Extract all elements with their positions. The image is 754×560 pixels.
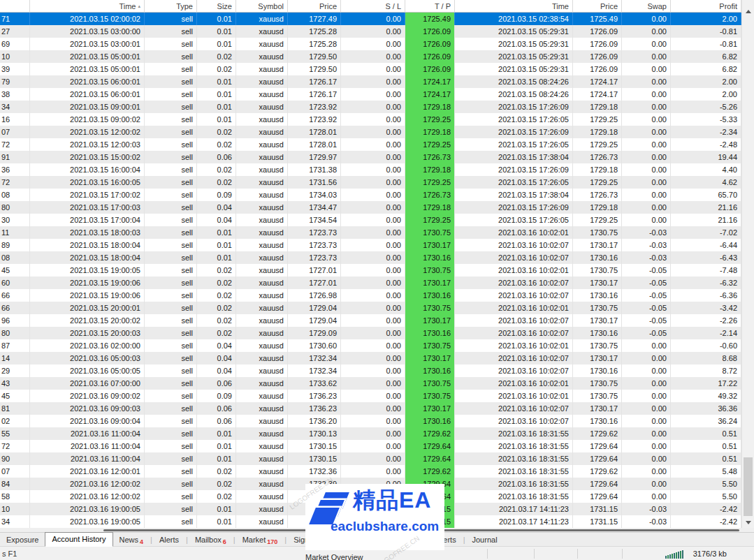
history-row[interactable]: 692021.03.15 03:00:01sell0.01xauusd1725.… — [0, 38, 741, 50]
cell-order: 43 — [0, 377, 30, 390]
cell-sl: 0.00 — [341, 239, 405, 251]
history-row[interactable]: 022021.03.16 09:00:04sell0.06xauusd1736.… — [0, 415, 741, 427]
cell-type: sell — [145, 377, 197, 390]
cell-tp: 1729.18 — [405, 163, 455, 176]
history-row[interactable]: 722021.03.16 11:00:04sell0.01xauusd1730.… — [0, 440, 741, 452]
traffic-counter: 3176/3 kb — [693, 550, 727, 558]
column-header-sl[interactable]: S / L — [341, 0, 405, 13]
vertical-scroll-thumb[interactable] — [744, 457, 753, 516]
column-header-swap[interactable]: Swap — [622, 0, 671, 13]
tab-exposure[interactable]: Exposure — [0, 533, 45, 547]
history-row[interactable]: 452021.03.15 19:00:05sell0.02xauusd1727.… — [0, 264, 741, 277]
history-row[interactable]: 102021.03.15 05:00:01sell0.02xauusd1729.… — [0, 50, 741, 63]
history-row[interactable]: 162021.03.15 09:00:02sell0.01xauusd1723.… — [0, 113, 741, 126]
cell-profit: -2.14 — [671, 327, 741, 339]
cell-size: 0.02 — [197, 176, 236, 189]
history-row[interactable]: 662021.03.15 19:00:06sell0.02xauusd1726.… — [0, 289, 741, 302]
cell-sl: 0.00 — [341, 364, 405, 377]
cell-size: 0.01 — [197, 440, 236, 452]
cell-size: 0.06 — [197, 377, 236, 390]
history-row[interactable]: 452021.03.16 09:00:02sell0.09xauusd1736.… — [0, 390, 741, 402]
cell-open-price: 1723.92 — [288, 113, 341, 126]
history-row[interactable]: 362021.03.15 16:00:04sell0.02xauusd1731.… — [0, 163, 741, 176]
cell-sl: 0.00 — [341, 226, 405, 239]
cell-swap: 0.00 — [622, 214, 671, 226]
column-header-close-price[interactable]: Price — [573, 0, 622, 13]
cell-swap: 0.00 — [622, 151, 671, 163]
history-row[interactable]: 662021.03.15 20:00:01sell0.02xauusd1729.… — [0, 302, 741, 314]
history-row[interactable]: 342021.03.15 09:00:01sell0.01xauusd1723.… — [0, 101, 741, 113]
history-row[interactable]: 912021.03.15 15:00:02sell0.06xauusd1729.… — [0, 151, 741, 163]
history-row[interactable]: 142021.03.16 05:00:03sell0.04xauusd1732.… — [0, 352, 741, 364]
history-row[interactable]: 802021.03.15 20:00:03sell0.02xauusd1729.… — [0, 327, 741, 339]
history-row[interactable]: 432021.03.16 07:00:00sell0.06xauusd1733.… — [0, 377, 741, 390]
column-header-type[interactable]: Type — [145, 0, 197, 13]
cell-order: 58 — [0, 490, 30, 503]
column-header-open-price[interactable]: Price — [288, 0, 341, 13]
cell-close-time: 2021.03.15 05:29:31 — [455, 63, 573, 75]
cell-order: 07 — [0, 126, 30, 138]
cell-symbol: xauusd — [236, 163, 288, 176]
column-header-order[interactable] — [0, 0, 30, 13]
cell-size: 0.04 — [197, 339, 236, 352]
tab-journal[interactable]: Journal — [466, 533, 504, 547]
history-row[interactable]: 082021.03.15 18:00:04sell0.01xauusd1723.… — [0, 251, 741, 264]
history-row[interactable]: 902021.03.16 11:00:04sell0.01xauusd1730.… — [0, 452, 741, 465]
column-header-profit[interactable]: Profit — [671, 0, 741, 13]
history-row[interactable]: 292021.03.16 05:00:05sell0.04xauusd1732.… — [0, 364, 741, 377]
history-row[interactable]: 792021.03.15 06:00:01sell0.01xauusd1726.… — [0, 75, 741, 88]
history-row[interactable]: 072021.03.16 12:00:01sell0.02xauusd1732.… — [0, 465, 741, 478]
cell-order: 80 — [0, 201, 30, 214]
cell-symbol: xauusd — [236, 352, 288, 364]
table-header-row: Time▴TypeSizeSymbolPriceS / LT / PTimePr… — [0, 0, 741, 13]
history-row[interactable]: 892021.03.15 18:00:04sell0.01xauusd1723.… — [0, 239, 741, 251]
cell-profit: -3.42 — [671, 302, 741, 314]
history-row[interactable]: 382021.03.15 06:00:01sell0.01xauusd1726.… — [0, 88, 741, 101]
history-row[interactable]: 602021.03.15 19:00:06sell0.02xauusd1727.… — [0, 277, 741, 289]
history-row[interactable]: 802021.03.15 17:00:03sell0.04xauusd1734.… — [0, 201, 741, 214]
history-row[interactable]: 082021.03.15 17:00:02sell0.09xauusd1734.… — [0, 189, 741, 201]
cell-open-price: 1727.01 — [288, 277, 341, 289]
column-header-size[interactable]: Size — [197, 0, 236, 13]
vertical-scrollbar[interactable] — [741, 0, 754, 528]
cell-type: sell — [145, 452, 197, 465]
cell-size: 0.01 — [197, 38, 236, 50]
history-row[interactable]: 112021.03.15 18:00:03sell0.01xauusd1723.… — [0, 226, 741, 239]
history-row[interactable]: 712021.03.15 02:00:02sell0.01xauusd1727.… — [0, 13, 741, 25]
history-row[interactable]: 722021.03.15 16:00:05sell0.02xauusd1731.… — [0, 176, 741, 189]
cell-close-price: 1729.18 — [573, 201, 622, 214]
cell-symbol: xauusd — [236, 402, 288, 415]
cell-size: 0.01 — [197, 75, 236, 88]
tab-alerts[interactable]: Alerts — [153, 533, 185, 547]
cell-close-price: 1726.73 — [573, 151, 622, 163]
cell-order: 39 — [0, 63, 30, 75]
history-row[interactable]: 302021.03.15 17:00:04sell0.04xauusd1734.… — [0, 214, 741, 226]
cell-open-price: 1725.28 — [288, 25, 341, 38]
cell-type: sell — [145, 339, 197, 352]
column-header-close-time[interactable]: Time — [455, 0, 573, 13]
tab-market[interactable]: Market170 — [236, 533, 284, 547]
history-row[interactable]: 872021.03.16 02:00:00sell0.04xauusd1730.… — [0, 339, 741, 352]
history-row[interactable]: 812021.03.16 09:00:03sell0.06xauusd1736.… — [0, 402, 741, 415]
cell-open-price: 1728.01 — [288, 138, 341, 151]
tab-news[interactable]: News4 — [113, 533, 150, 547]
cell-order: 45 — [0, 264, 30, 277]
history-row[interactable]: 722021.03.15 12:00:03sell0.02xauusd1728.… — [0, 138, 741, 151]
column-header-symbol[interactable]: Symbol — [236, 0, 288, 13]
history-row[interactable]: 392021.03.15 05:00:01sell0.02xauusd1729.… — [0, 63, 741, 75]
cell-open-price: 1731.38 — [288, 163, 341, 176]
history-row[interactable]: 272021.03.15 03:00:00sell0.01xauusd1725.… — [0, 25, 741, 38]
column-header-open-time[interactable]: Time▴ — [30, 0, 145, 13]
tab-mailbox[interactable]: Mailbox6 — [189, 533, 233, 547]
cell-symbol: xauusd — [236, 503, 288, 515]
scroll-down-button[interactable] — [742, 517, 754, 529]
tab-account-history[interactable]: Account History — [45, 532, 113, 547]
column-header-tp[interactable]: T / P — [405, 0, 455, 13]
history-row[interactable]: 072021.03.15 12:00:02sell0.02xauusd1728.… — [0, 126, 741, 138]
history-row[interactable]: 962021.03.15 20:00:02sell0.02xauusd1729.… — [0, 314, 741, 327]
history-row[interactable]: 552021.03.16 11:00:04sell0.01xauusd1730.… — [0, 427, 741, 440]
cell-close-time: 2021.03.16 10:02:07 — [455, 327, 573, 339]
scroll-up-button[interactable] — [742, 6, 754, 17]
cell-tp: 1730.17 — [405, 277, 455, 289]
cell-order: 69 — [0, 38, 30, 50]
